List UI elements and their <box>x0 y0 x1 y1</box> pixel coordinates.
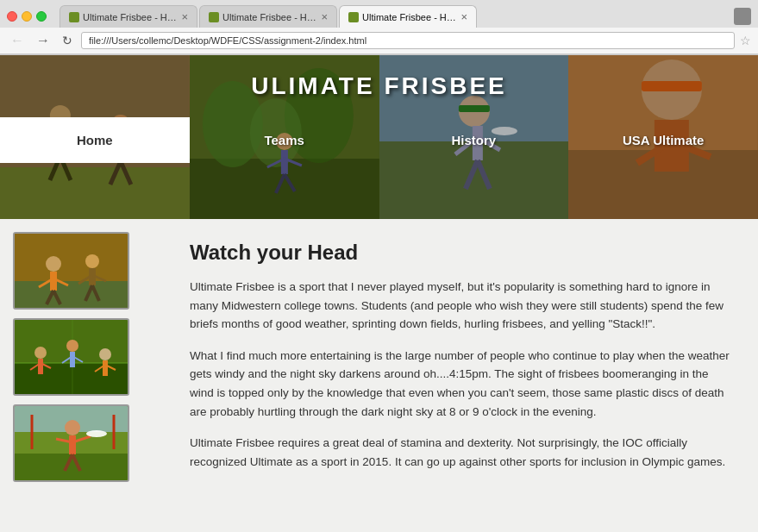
browser-tab-3[interactable]: Ultimate Frisbee - History × <box>339 5 477 28</box>
title-bar: Ultimate Frisbee - Home × Ultimate Frisb… <box>0 0 758 28</box>
traffic-lights <box>7 11 47 22</box>
svg-point-83 <box>86 430 107 437</box>
article-paragraph-2: What I find much more entertaining is th… <box>190 347 732 421</box>
nav-item-usa-ultimate[interactable]: USA Ultimate <box>568 117 758 163</box>
svg-rect-65 <box>70 352 75 367</box>
tab-favicon-1 <box>69 12 79 22</box>
tab-close-3[interactable]: × <box>460 10 467 23</box>
nav-item-teams[interactable]: Teams <box>190 117 379 163</box>
nav-menu: Home Teams History USA Ultimate <box>0 117 758 163</box>
profile-icon <box>734 8 751 25</box>
svg-rect-69 <box>103 360 108 376</box>
site-header: ULIMATE FRISBEE Home Teams History USA U… <box>0 55 758 219</box>
nav-item-history[interactable]: History <box>379 117 569 163</box>
website: ULIMATE FRISBEE Home Teams History USA U… <box>0 55 758 532</box>
tab-title-2: Ultimate Frisbee - Home <box>222 12 317 22</box>
address-bar[interactable] <box>81 32 735 49</box>
sidebar-image-1 <box>13 232 129 310</box>
bookmark-icon[interactable]: ☆ <box>740 34 751 47</box>
browser-tab-2[interactable]: Ultimate Frisbee - Home × <box>199 5 337 28</box>
svg-rect-61 <box>38 359 43 374</box>
tab-title-1: Ultimate Frisbee - Home <box>83 12 178 22</box>
refresh-button[interactable]: ↻ <box>59 32 76 49</box>
close-button[interactable] <box>7 11 17 22</box>
article: Watch your Head Ultimate Frisbee is a sp… <box>177 232 745 532</box>
svg-point-50 <box>85 254 99 268</box>
svg-point-77 <box>65 420 80 435</box>
maximize-button[interactable] <box>36 11 47 22</box>
browser-chrome: Ultimate Frisbee - Home × Ultimate Frisb… <box>0 0 758 55</box>
svg-point-60 <box>34 347 47 359</box>
article-title: Watch your Head <box>190 241 732 265</box>
article-paragraph-1: Ultimate Frisbee is a sport that I never… <box>190 278 732 334</box>
site-title: ULIMATE FRISBEE <box>251 72 506 100</box>
tab-favicon-3 <box>348 12 359 22</box>
sidebar-image-3 <box>13 404 129 482</box>
article-paragraph-3: Ultimate Frisbee requires a great deal o… <box>190 434 732 471</box>
back-button[interactable]: ← <box>7 31 28 50</box>
sidebar-image-2 <box>13 318 129 396</box>
sidebar <box>13 232 164 532</box>
nav-item-home[interactable]: Home <box>0 117 190 163</box>
svg-point-64 <box>66 340 78 352</box>
forward-button[interactable]: → <box>33 31 53 50</box>
tab-favicon-2 <box>209 12 219 22</box>
site-title-section: ULIMATE FRISBEE <box>234 55 523 117</box>
svg-point-68 <box>99 348 111 360</box>
minimize-button[interactable] <box>22 11 32 22</box>
header-overlay: ULIMATE FRISBEE Home Teams History USA U… <box>0 55 758 219</box>
browser-tab-1[interactable]: Ultimate Frisbee - Home × <box>60 5 197 28</box>
tab-close-2[interactable]: × <box>321 10 328 23</box>
svg-rect-78 <box>69 435 76 454</box>
svg-rect-43 <box>15 281 129 310</box>
tab-close-1[interactable]: × <box>181 10 188 23</box>
nav-bar: ← → ↻ ☆ <box>0 28 758 54</box>
main-content: Watch your Head Ultimate Frisbee is a sp… <box>0 219 758 532</box>
tabs-bar: Ultimate Frisbee - Home × Ultimate Frisb… <box>60 5 734 28</box>
tab-title-3: Ultimate Frisbee - History <box>362 12 457 22</box>
svg-point-44 <box>46 256 61 272</box>
